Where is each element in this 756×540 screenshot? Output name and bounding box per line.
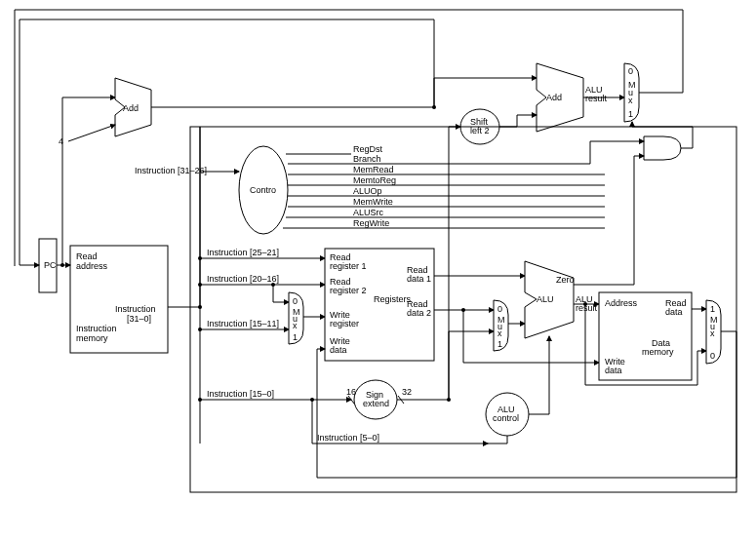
svg-point-0 (60, 263, 64, 267)
svg-text:Branch: Branch (353, 154, 381, 164)
svg-text:MemWrite: MemWrite (353, 197, 393, 207)
wire-sext-shift (449, 127, 460, 400)
label-funct: Instruction [5–0] (317, 433, 379, 443)
svg-point-10 (198, 305, 202, 309)
svg-point-11 (198, 256, 202, 260)
label-imm: Instruction [15–0] (207, 389, 274, 399)
control-signals: RegDst Branch MemRead MemtoReg ALUOp Mem… (283, 141, 644, 228)
mux-wb-1: 1 (710, 304, 715, 314)
wire-shift-add2 (499, 115, 537, 127)
wire-pc-add1 (62, 97, 115, 265)
svg-point-14 (198, 328, 202, 331)
and-gate (644, 136, 681, 160)
svg-text:MemRead: MemRead (353, 165, 394, 174)
label-rs: Instruction [25–21] (207, 248, 279, 257)
wire-zero-and (574, 156, 644, 285)
mux-pc-0: 0 (628, 66, 633, 76)
rf-name: Registers (374, 294, 412, 304)
wire-add1-muxpc0 (151, 78, 537, 107)
svg-text:ALUOp: ALUOp (353, 186, 382, 196)
rf-rd1: Readdata 1 (407, 265, 431, 284)
label-rd: Instruction [15–11] (207, 319, 279, 328)
adder2-label: Add (546, 93, 562, 102)
const4: 4 (59, 136, 63, 146)
svg-text:MemtoReg: MemtoReg (353, 175, 396, 185)
mux-alu-0: 0 (497, 304, 502, 314)
control-in: Instruction [31–26] (135, 166, 207, 175)
svg-text:RegDst: RegDst (353, 144, 383, 154)
wire-funct-aluctrl-join (488, 436, 507, 444)
mux-wr-1: 1 (293, 332, 298, 342)
label-rt: Instruction [20–16] (207, 274, 279, 284)
adder1-label: Add (123, 103, 139, 113)
pc-label: PC (44, 260, 57, 270)
svg-point-16 (310, 398, 314, 402)
control-label: Contro (250, 185, 276, 195)
dmem-addr: Address (605, 298, 638, 308)
adder2-out: ALUresult (585, 85, 608, 103)
signext-out: 32 (402, 387, 412, 397)
svg-text:RegWrite: RegWrite (353, 218, 389, 228)
wire-4-add1 (68, 125, 115, 141)
svg-text:ALUSrc: ALUSrc (353, 208, 384, 217)
alu-label: ALU (537, 294, 554, 304)
wire-aluctrl-alu (529, 336, 549, 414)
mux-pc-1: 1 (628, 109, 633, 119)
mux-alu-1: 1 (497, 339, 502, 349)
svg-point-15 (198, 398, 202, 402)
signext-in: 16 (346, 387, 356, 397)
wire-rt-mux0 (273, 285, 289, 302)
mux-wb-0: 0 (710, 351, 715, 361)
mux-wr-0: 0 (293, 296, 298, 306)
alu-zero: Zero (556, 275, 575, 285)
svg-point-12 (198, 283, 202, 287)
